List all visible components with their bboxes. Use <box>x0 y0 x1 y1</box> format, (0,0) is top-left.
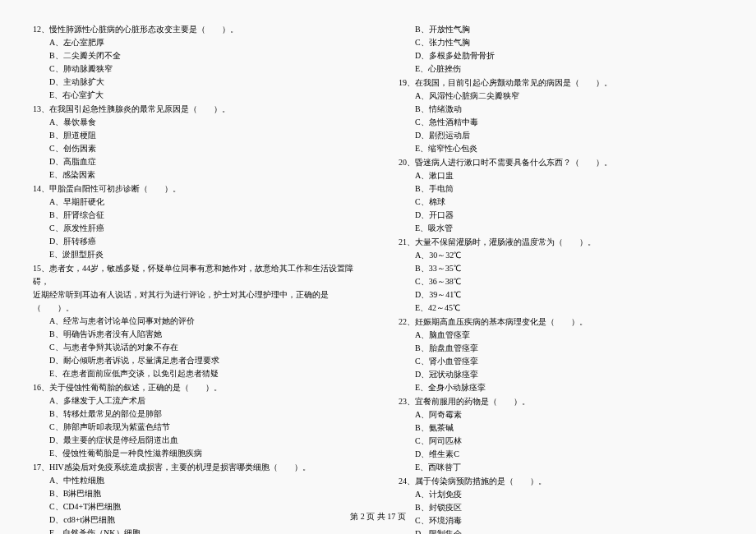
option-c: C、急性酒精中毒 <box>399 116 723 129</box>
option-d: D、高脂血症 <box>33 155 357 168</box>
question-stem: 13、在我国引起急性胰腺炎的最常见原因是（ ）。 <box>33 103 357 116</box>
left-column: 12、慢性肺源性心脏病的心脏形态改变主要是（ ）。 A、左心室肥厚 B、二尖瓣关… <box>33 23 357 534</box>
option-e: E、西咪替丁 <box>399 461 723 474</box>
option-a: A、早期肝硬化 <box>33 196 357 209</box>
option-a: A、漱口盅 <box>399 169 723 182</box>
option-c: C、创伤因素 <box>33 142 357 155</box>
option-c: C、与患者争辩其说话的对象不存在 <box>33 341 357 354</box>
option-c: C、肺部声听叩表现为紫蓝色结节 <box>33 421 357 434</box>
question-14: 14、甲胎蛋白阳性可初步诊断（ ）。 A、早期肝硬化 B、肝肾综合征 C、原发性… <box>33 182 357 261</box>
question-stem: 20、昏迷病人进行漱口时不需要具备什么东西？（ ）。 <box>399 156 723 169</box>
option-b: B、33～35℃ <box>399 262 723 275</box>
option-e: E、吸水管 <box>399 222 723 235</box>
option-d: D、冠状动脉痉挛 <box>399 368 723 381</box>
option-d: D、剧烈运动后 <box>399 129 723 142</box>
question-stem: 16、关于侵蚀性葡萄胎的叙述，正确的是（ ）。 <box>33 381 357 394</box>
option-d: D、最主要的症状是停经后阴道出血 <box>33 434 357 447</box>
option-e: E、42～45℃ <box>399 302 723 315</box>
option-e: E、侵蚀性葡萄胎是一种良性滋养细胞疾病 <box>33 447 357 460</box>
option-b: B、胎盘血管痉挛 <box>399 342 723 355</box>
question-15: 15、患者女，44岁，敏感多疑，怀疑单位同事有意和她作对，故意给其工作和生活设置… <box>33 262 357 380</box>
question-19: 19、在我国，目前引起心房颤动最常见的病因是（ ）。 A、风湿性心脏病二尖瓣狭窄… <box>399 76 723 155</box>
option-e: E、在患者面前应低声交谈，以免引起患者猜疑 <box>33 367 357 380</box>
question-stem: 19、在我国，目前引起心房颤动最常见的病因是（ ）。 <box>399 76 723 90</box>
option-c: C、阿司匹林 <box>399 435 723 448</box>
option-e: E、右心室扩大 <box>33 89 357 102</box>
page-footer: 第 2 页 共 17 页 <box>0 511 756 522</box>
option-a: A、风湿性心脏病二尖瓣狭窄 <box>399 90 723 103</box>
question-21: 21、大量不保留灌肠时，灌肠液的温度常为（ ）。 A、30～32℃ B、33～3… <box>399 236 723 315</box>
option-c: C、张力性气胸 <box>399 36 723 49</box>
question-stem: 14、甲胎蛋白阳性可初步诊断（ ）。 <box>33 182 357 196</box>
option-e: E、自然杀伤（NK）细胞 <box>33 527 357 534</box>
question-stem: 17、HIV感染后对免疫系统造成损害，主要的机理是损害哪类细胞（ ）。 <box>33 461 357 474</box>
option-b: B、氨茶碱 <box>399 421 723 435</box>
question-16: 16、关于侵蚀性葡萄胎的叙述，正确的是（ ）。 A、多继发于人工流产术后 B、转… <box>33 381 357 460</box>
option-d: D、开口器 <box>399 209 723 222</box>
option-d: D、39～41℃ <box>399 288 723 302</box>
question-18-cont: B、开放性气胸 C、张力性气胸 D、多根多处肋骨骨折 E、心脏挫伤 <box>399 23 723 76</box>
question-stem: 24、属于传染病预防措施的是（ ）。 <box>399 475 723 488</box>
option-b: B、明确告诉患者没有人陷害她 <box>33 328 357 341</box>
question-13: 13、在我国引起急性胰腺炎的最常见原因是（ ）。 A、暴饮暴食 B、胆道梗阻 C… <box>33 103 357 182</box>
option-a: A、暴饮暴食 <box>33 116 357 129</box>
question-22: 22、妊娠期高血压疾病的基本病理变化是（ ）。 A、脑血管痉挛 B、胎盘血管痉挛… <box>399 315 723 394</box>
option-a: A、多继发于人工流产术后 <box>33 394 357 407</box>
option-e: E、缩窄性心包炎 <box>399 142 723 155</box>
option-b: B、B淋巴细胞 <box>33 487 357 500</box>
option-c: C、原发性肝癌 <box>33 222 357 235</box>
option-a: A、30～32℃ <box>399 249 723 262</box>
option-a: A、计划免疫 <box>399 488 723 501</box>
question-stem: 22、妊娠期高血压疾病的基本病理变化是（ ）。 <box>399 315 723 329</box>
option-b: B、肝肾综合征 <box>33 209 357 222</box>
option-a: A、阿奇霉素 <box>399 408 723 421</box>
question-20: 20、昏迷病人进行漱口时不需要具备什么东西？（ ）。 A、漱口盅 B、手电筒 C… <box>399 156 723 235</box>
option-c: C、肺动脉瓣狭窄 <box>33 62 357 76</box>
option-c: C、棉球 <box>399 196 723 209</box>
question-17: 17、HIV感染后对免疫系统造成损害，主要的机理是损害哪类细胞（ ）。 A、中性… <box>33 461 357 534</box>
exam-page: 12、慢性肺源性心脏病的心脏形态改变主要是（ ）。 A、左心室肥厚 B、二尖瓣关… <box>33 23 723 534</box>
option-e: E、心脏挫伤 <box>399 62 723 76</box>
question-23: 23、宜餐前服用的药物是（ ）。 A、阿奇霉素 B、氨茶碱 C、阿司匹林 D、维… <box>399 395 723 474</box>
question-stem-line1: 15、患者女，44岁，敏感多疑，怀疑单位同事有意和她作对，故意给其工作和生活设置… <box>33 262 357 288</box>
option-e: E、感染因素 <box>33 168 357 182</box>
option-a: A、左心室肥厚 <box>33 36 357 49</box>
option-c: C、肾小血管痉挛 <box>399 355 723 368</box>
option-a: A、脑血管痉挛 <box>399 329 723 342</box>
option-d: D、限制集会 <box>399 527 723 534</box>
option-b: B、手电筒 <box>399 182 723 196</box>
option-d: D、多根多处肋骨骨折 <box>399 49 723 62</box>
question-stem-line2: 近期经常听到耳边有人说话，对其行为进行评论，护士对其心理护理中，正确的是（ ）。 <box>33 288 357 315</box>
option-a: A、经常与患者讨论单位同事对她的评价 <box>33 315 357 328</box>
option-b: B、转移灶最常见的部位是肺部 <box>33 407 357 421</box>
question-12: 12、慢性肺源性心脏病的心脏形态改变主要是（ ）。 A、左心室肥厚 B、二尖瓣关… <box>33 23 357 102</box>
option-e: E、淤胆型肝炎 <box>33 248 357 261</box>
question-stem: 12、慢性肺源性心脏病的心脏形态改变主要是（ ）。 <box>33 23 357 36</box>
option-d: D、主动脉扩大 <box>33 76 357 89</box>
option-b: B、开放性气胸 <box>399 23 723 36</box>
option-d: D、维生素C <box>399 448 723 461</box>
option-b: B、二尖瓣关闭不全 <box>33 49 357 62</box>
question-24: 24、属于传染病预防措施的是（ ）。 A、计划免疫 B、封锁疫区 C、环境消毒 … <box>399 475 723 534</box>
option-c: C、36～38℃ <box>399 275 723 288</box>
option-d: D、耐心倾听患者诉说，尽量满足患者合理要求 <box>33 354 357 367</box>
question-stem: 21、大量不保留灌肠时，灌肠液的温度常为（ ）。 <box>399 236 723 249</box>
option-e: E、全身小动脉痉挛 <box>399 381 723 394</box>
option-d: D、肝转移癌 <box>33 235 357 248</box>
option-a: A、中性粒细胞 <box>33 474 357 487</box>
right-column: B、开放性气胸 C、张力性气胸 D、多根多处肋骨骨折 E、心脏挫伤 19、在我国… <box>399 23 723 534</box>
question-stem: 23、宜餐前服用的药物是（ ）。 <box>399 395 723 408</box>
option-b: B、情绪激动 <box>399 103 723 116</box>
option-b: B、胆道梗阻 <box>33 129 357 142</box>
